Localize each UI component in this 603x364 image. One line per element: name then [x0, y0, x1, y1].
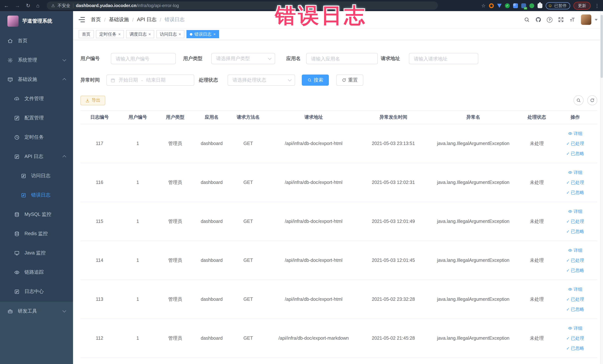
search-icon: [307, 78, 312, 82]
sidebar-item-access-logs[interactable]: 访问日志: [0, 166, 73, 186]
update-button[interactable]: 更新: [574, 2, 591, 10]
sidebar-item-scheduled-tasks[interactable]: 定时任务: [0, 128, 73, 147]
sidebar-item-file-management[interactable]: 文件管理: [0, 89, 73, 108]
font-size-icon[interactable]: [569, 17, 575, 23]
sidebar-item-error-logs[interactable]: 错误日志: [0, 186, 73, 205]
reset-button[interactable]: 重置: [336, 75, 363, 86]
extension-green-leaf-icon[interactable]: [529, 3, 534, 8]
search-button[interactable]: 搜索: [302, 75, 329, 86]
url-text[interactable]: dashboard.yudao.iocoder.cn/infra/log/api…: [76, 3, 179, 8]
mark-processed-link[interactable]: ✓已处理: [566, 140, 584, 147]
request-url-input[interactable]: [409, 53, 478, 64]
tag-scheduled-tasks[interactable]: 定时任务×: [96, 30, 124, 38]
mark-ignored-link[interactable]: ✓已忽略: [566, 189, 584, 196]
extension-green-check-icon[interactable]: [505, 3, 510, 8]
tag-label: 错误日志: [195, 31, 211, 37]
detail-link[interactable]: 详细: [568, 286, 582, 293]
mark-processed-link[interactable]: ✓已处理: [566, 335, 584, 341]
refresh-button[interactable]: [587, 95, 597, 105]
mark-ignored-label: 已忽略: [571, 267, 584, 273]
export-button[interactable]: 导出: [81, 95, 105, 105]
sidebar-item-config-management[interactable]: 配置管理: [0, 108, 73, 128]
paused-chip[interactable]: ☺已暂停: [545, 2, 570, 9]
process-status-select[interactable]: 请选择处理状态: [228, 75, 295, 86]
mark-ignored-link[interactable]: ✓已忽略: [566, 267, 584, 273]
sidebar-item-infrastructure[interactable]: 基础设施: [0, 70, 73, 89]
user-id-label: 用户编号: [81, 55, 102, 62]
detail-link[interactable]: 详细: [568, 169, 582, 176]
sidebar-item-redis-monitor[interactable]: Redis 监控: [0, 224, 73, 243]
address-bar[interactable]: ⚠ 不安全 dashboard.yudao.iocoder.cn/infra/l…: [47, 1, 438, 10]
app-name-input[interactable]: [306, 53, 378, 64]
toggle-search-button[interactable]: [574, 95, 583, 105]
app-logo-row[interactable]: 芋道管理系统: [0, 11, 73, 31]
hamburger-icon[interactable]: [79, 17, 85, 22]
sidebar-item-trace[interactable]: 链路追踪: [0, 263, 73, 282]
mark-ignored-label: 已忽略: [571, 228, 584, 235]
tag-close-icon[interactable]: ×: [118, 32, 121, 36]
sidebar-item-home[interactable]: 首页: [0, 31, 73, 50]
extensions-puzzle-icon[interactable]: [537, 3, 542, 8]
user-id-input[interactable]: [111, 53, 176, 64]
caret-down-icon[interactable]: [595, 19, 598, 21]
tag-access-logs[interactable]: 访问日志×: [156, 30, 185, 38]
mark-processed-label: 已处理: [571, 296, 584, 303]
tag-error-logs[interactable]: 错误日志×: [187, 30, 219, 38]
mark-processed-link[interactable]: ✓已处理: [566, 257, 584, 263]
tag-close-icon[interactable]: ×: [179, 32, 181, 36]
cell-user-type: 管理员: [157, 280, 194, 319]
sidebar-item-mysql-monitor[interactable]: MySQL 监控: [0, 205, 73, 224]
mark-ignored-link[interactable]: ✓已忽略: [566, 150, 584, 157]
user-type-select[interactable]: 请选择用户类型: [211, 53, 275, 64]
cell-method: GET: [230, 163, 267, 202]
extension-on-badge-icon[interactable]: [521, 3, 526, 8]
sidebar-item-api-logs[interactable]: API 日志: [0, 147, 73, 166]
smiley-icon: ☺: [548, 3, 552, 8]
mark-processed-link[interactable]: ✓已处理: [566, 296, 584, 303]
mark-ignored-link[interactable]: ✓已忽略: [566, 345, 584, 351]
chevron-down-icon: [62, 309, 66, 312]
detail-link[interactable]: 详细: [568, 325, 582, 331]
scrollbar-thumb[interactable]: [601, 15, 603, 78]
breadcrumb-home[interactable]: 首页: [91, 16, 101, 23]
tag-close-icon[interactable]: ×: [213, 32, 216, 36]
breadcrumb-infrastructure[interactable]: 基础设施: [109, 16, 129, 23]
help-icon[interactable]: ?: [547, 17, 552, 23]
breadcrumb-api-logs[interactable]: API 日志: [137, 16, 156, 23]
tag-home[interactable]: 首页: [79, 30, 94, 38]
extension-blue-shield-icon[interactable]: [497, 3, 501, 8]
sidebar-item-java-monitor[interactable]: Java 监控: [0, 243, 73, 263]
extension-orange-ring-icon[interactable]: [489, 3, 494, 8]
detail-link[interactable]: 详细: [568, 130, 582, 137]
home-icon[interactable]: ⌂: [36, 3, 39, 8]
github-icon[interactable]: [535, 17, 541, 23]
sidebar-item-log-center[interactable]: 日志中心: [0, 282, 73, 301]
extension-blue-grid-icon[interactable]: [513, 3, 518, 8]
security-warning-icon[interactable]: ⚠: [51, 3, 55, 8]
scrollbar[interactable]: [600, 11, 603, 364]
detail-link[interactable]: 详细: [568, 208, 582, 214]
tag-dispatch-logs[interactable]: 调度日志×: [126, 30, 154, 38]
sidebar-item-system-management[interactable]: 系统管理: [0, 50, 73, 70]
search-icon[interactable]: [524, 17, 530, 23]
mark-processed-link[interactable]: ✓已处理: [566, 218, 584, 224]
back-arrow-icon[interactable]: ←: [4, 3, 9, 8]
mark-processed-link[interactable]: ✓已处理: [566, 179, 584, 186]
bookmark-star-icon[interactable]: ☆: [481, 3, 486, 8]
fullscreen-icon[interactable]: [558, 17, 564, 23]
browser-menu-icon[interactable]: ⋮: [595, 3, 600, 8]
mark-ignored-link[interactable]: ✓已忽略: [566, 228, 584, 235]
cell-log-id: 116: [81, 163, 119, 202]
mark-ignored-link[interactable]: ✓已忽略: [566, 306, 584, 312]
forward-arrow-icon[interactable]: →: [15, 3, 20, 8]
date-range-picker[interactable]: 开始日期 - 结束日期: [106, 75, 194, 86]
check-icon: ✓: [566, 219, 570, 223]
reload-icon[interactable]: ↻: [26, 3, 30, 8]
sidebar-item-dev-tools[interactable]: 研发工具: [0, 302, 73, 321]
tag-close-icon[interactable]: ×: [149, 32, 151, 36]
detail-link[interactable]: 详细: [568, 247, 582, 254]
table-toolbar: 导出: [81, 95, 597, 105]
avatar[interactable]: [581, 14, 591, 25]
monitor-icon: [14, 250, 20, 256]
page-body: 用户编号 用户类型 请选择用户类型 应用名 请求地址 异常时间 开始日期 - 结…: [73, 40, 603, 364]
